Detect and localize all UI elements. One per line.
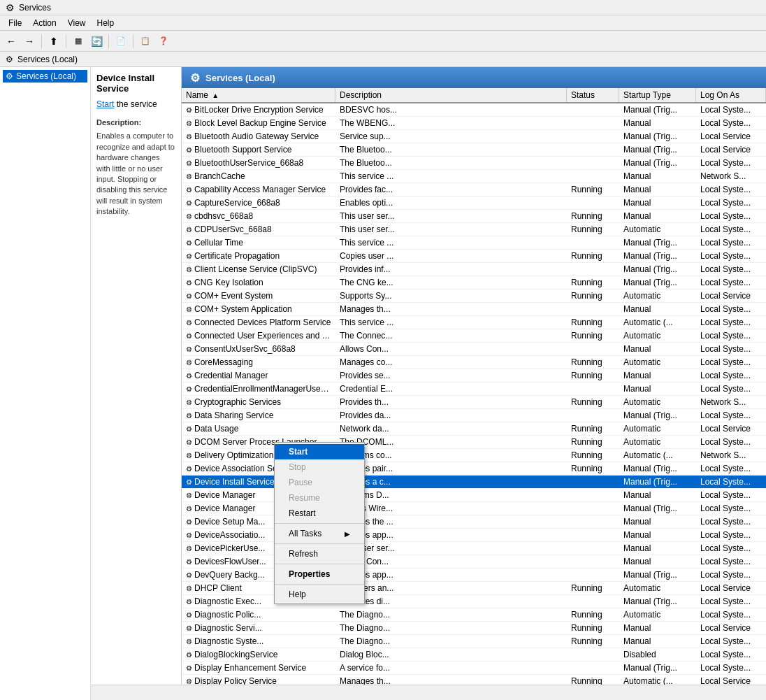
- col-header-name[interactable]: Name ▲: [182, 88, 335, 102]
- service-status: [567, 170, 619, 183]
- table-row[interactable]: ⚙Connected User Experiences and Telemetr…: [182, 329, 766, 343]
- table-row[interactable]: ⚙BitLocker Drive Encryption Service BDES…: [182, 103, 766, 117]
- service-name: ⚙Connected User Experiences and Telemetr…: [182, 329, 335, 342]
- table-row[interactable]: ⚙DevQuery Backg... Enables app... Manual…: [182, 569, 766, 582]
- table-row[interactable]: ⚙CNG Key Isolation The CNG ke... Running…: [182, 276, 766, 290]
- table-row[interactable]: ⚙Device Manager Performs D... Manual Loc…: [182, 489, 766, 502]
- table-row[interactable]: ⚙Connected Devices Platform Service This…: [182, 316, 766, 329]
- service-status: Running: [567, 436, 619, 448]
- table-row[interactable]: ⚙Device Install Service Enables a c... M…: [182, 476, 766, 489]
- back-button[interactable]: ←: [3, 33, 20, 50]
- table-row[interactable]: ⚙Data Sharing Service Provides da... Man…: [182, 409, 766, 422]
- table-row[interactable]: ⚙cbdhsvc_668a8 This user ser... Running …: [182, 210, 766, 223]
- col-header-startup[interactable]: Startup Type: [619, 88, 696, 102]
- table-row[interactable]: ⚙CoreMessaging Manages co... Running Aut…: [182, 356, 766, 369]
- service-description: Description: Enables a computer to recog…: [96, 117, 175, 217]
- col-header-logon[interactable]: Log On As: [696, 88, 766, 102]
- tree-item-services-local[interactable]: ⚙ Services (Local): [3, 70, 87, 83]
- context-menu-stop[interactable]: Stop: [275, 459, 364, 475]
- context-menu-all-tasks[interactable]: All Tasks: [275, 526, 364, 541]
- service-logon: Local Service: [696, 622, 766, 634]
- services-table[interactable]: Name ▲ Description Status Startup Type L…: [182, 88, 766, 685]
- service-status: [567, 595, 619, 608]
- service-status: [567, 383, 619, 395]
- service-name: ⚙CNG Key Isolation: [182, 276, 335, 289]
- table-row[interactable]: ⚙DevicePickerUse... This user ser... Man…: [182, 542, 766, 555]
- table-row[interactable]: ⚙Delivery Optimization Performs co... Ru…: [182, 449, 766, 462]
- table-row[interactable]: ⚙DCOM Server Process Launcher The DCOML.…: [182, 436, 766, 449]
- service-description-cell: Performs co...: [335, 449, 567, 462]
- table-row[interactable]: ⚙CDPUserSvc_668a8 This user ser... Runni…: [182, 223, 766, 236]
- table-row[interactable]: ⚙Bluetooth Audio Gateway Service Service…: [182, 130, 766, 143]
- service-name: ⚙Certificate Propagation: [182, 250, 335, 262]
- context-menu-help[interactable]: Help: [275, 587, 364, 602]
- context-menu-restart[interactable]: Restart: [275, 506, 364, 521]
- context-menu-refresh[interactable]: Refresh: [275, 546, 364, 562]
- show-hide-button[interactable]: ▦: [70, 33, 87, 50]
- service-icon: ⚙: [186, 279, 192, 287]
- service-startup: Manual (Trig...: [619, 263, 696, 276]
- table-row[interactable]: ⚙Block Level Backup Engine Service The W…: [182, 117, 766, 130]
- service-icon: ⚙: [186, 624, 192, 632]
- service-status: Running: [567, 462, 619, 475]
- table-row[interactable]: ⚙Cryptographic Services Provides th... R…: [182, 396, 766, 409]
- table-row[interactable]: ⚙Diagnostic Polic... The Diagno... Runni…: [182, 608, 766, 622]
- table-row[interactable]: ⚙DeviceAssociatio... Enables app... Manu…: [182, 529, 766, 542]
- service-icon: ⚙: [186, 306, 192, 313]
- col-header-description[interactable]: Description: [335, 88, 567, 102]
- service-startup: Automatic: [619, 329, 696, 342]
- table-row[interactable]: ⚙Device Setup Ma... Enables the ... Manu…: [182, 515, 766, 529]
- refresh-button[interactable]: 🔄: [88, 33, 105, 50]
- table-row[interactable]: ⚙COM+ Event System Supports Sy... Runnin…: [182, 290, 766, 303]
- col-header-status[interactable]: Status: [567, 88, 619, 102]
- table-row[interactable]: ⚙Credential Manager Provides se... Runni…: [182, 369, 766, 383]
- menu-help[interactable]: Help: [92, 17, 120, 29]
- help-button[interactable]: ❓: [155, 33, 172, 50]
- service-description-cell: Dialog Bloc...: [335, 648, 567, 661]
- table-row[interactable]: ⚙DevicesFlowUser... Allows Con... Manual…: [182, 555, 766, 569]
- table-row[interactable]: ⚙Display Enhancement Service A service f…: [182, 662, 766, 675]
- table-row[interactable]: ⚙Diagnostic Syste... The Diagno... Runni…: [182, 635, 766, 648]
- context-menu-properties[interactable]: Properties: [275, 566, 364, 582]
- export-button[interactable]: 📄: [113, 33, 129, 50]
- table-row[interactable]: ⚙ConsentUxUserSvc_668a8 Allows Con... Ma…: [182, 343, 766, 356]
- table-row[interactable]: ⚙Display Policy Service Manages th... Ru…: [182, 675, 766, 685]
- menu-file[interactable]: File: [3, 17, 27, 29]
- table-row[interactable]: ⚙Device Association Service Enables pair…: [182, 462, 766, 476]
- table-row[interactable]: ⚙Cellular Time This service ... Manual (…: [182, 236, 766, 250]
- table-row[interactable]: ⚙CredentialEnrollmentManagerUserSvc_668a…: [182, 383, 766, 396]
- table-row[interactable]: ⚙COM+ System Application Manages th... M…: [182, 303, 766, 316]
- service-name: ⚙DialogBlockingService: [182, 648, 335, 661]
- table-row[interactable]: ⚙BluetoothUserService_668a8 The Bluetoo.…: [182, 157, 766, 170]
- up-button[interactable]: ⬆: [45, 33, 62, 50]
- table-row[interactable]: ⚙Device Manager Routes Wire... Manual (T…: [182, 502, 766, 515]
- context-menu-start[interactable]: Start: [275, 444, 364, 459]
- table-row[interactable]: ⚙Certificate Propagation Copies user ...…: [182, 250, 766, 263]
- context-menu-resume[interactable]: Resume: [275, 490, 364, 506]
- table-row[interactable]: ⚙Capability Access Manager Service Provi…: [182, 183, 766, 197]
- menu-action[interactable]: Action: [27, 17, 62, 29]
- table-row[interactable]: ⚙CaptureService_668a8 Enables opti... Ma…: [182, 197, 766, 210]
- properties-button[interactable]: 📋: [137, 33, 154, 50]
- menu-view[interactable]: View: [62, 17, 92, 29]
- table-row[interactable]: ⚙Diagnostic Servi... The Diagno... Runni…: [182, 622, 766, 635]
- tree-icon: ⚙: [6, 71, 13, 81]
- service-startup: Manual: [619, 303, 696, 315]
- service-description-cell: The Diagno...: [335, 635, 567, 648]
- context-menu-pause[interactable]: Pause: [275, 475, 364, 490]
- service-name-title: Device Install Service: [96, 73, 175, 94]
- table-row[interactable]: ⚙Client License Service (ClipSVC) Provid…: [182, 263, 766, 276]
- table-row[interactable]: ⚙DHCP Client Registers an... Running Aut…: [182, 582, 766, 595]
- start-service-link[interactable]: Start: [96, 99, 114, 109]
- table-row[interactable]: ⚙Diagnostic Exec... Executes di... Manua…: [182, 595, 766, 608]
- table-row[interactable]: ⚙DialogBlockingService Dialog Bloc... Di…: [182, 648, 766, 662]
- service-status: [567, 569, 619, 581]
- service-description-cell: Provides se...: [335, 369, 567, 382]
- table-row[interactable]: ⚙Bluetooth Support Service The Bluetoo..…: [182, 143, 766, 157]
- service-logon: Local Service: [696, 290, 766, 302]
- service-description-cell: This service ...: [335, 316, 567, 329]
- table-row[interactable]: ⚙BranchCache This service ... Manual Net…: [182, 170, 766, 183]
- table-row[interactable]: ⚙Data Usage Network da... Running Automa…: [182, 422, 766, 436]
- service-startup: Automatic (...: [619, 316, 696, 329]
- forward-button[interactable]: →: [21, 33, 38, 50]
